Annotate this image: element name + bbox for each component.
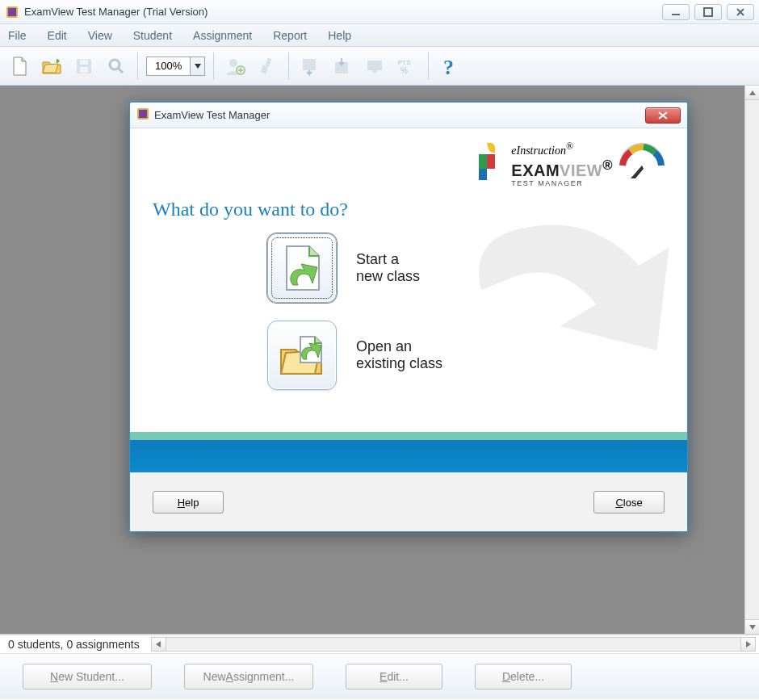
btn-rest: ew Student... bbox=[58, 670, 124, 683]
toolbar-separator bbox=[213, 52, 214, 80]
status-bar: 0 students, 0 assignments bbox=[0, 635, 759, 654]
svg-rect-22 bbox=[479, 169, 487, 180]
svg-rect-11 bbox=[303, 59, 316, 70]
svg-rect-10 bbox=[266, 57, 272, 66]
svg-rect-3 bbox=[704, 8, 712, 16]
window-controls bbox=[662, 4, 754, 20]
dialog-close-button-footer[interactable]: Close bbox=[593, 491, 665, 513]
svg-point-8 bbox=[229, 59, 237, 67]
btn-rest: elp bbox=[185, 497, 199, 509]
close-button[interactable] bbox=[727, 4, 754, 20]
welcome-dialog: ExamView Test Manager eI bbox=[129, 102, 688, 532]
scroll-down-icon[interactable] bbox=[745, 619, 759, 634]
scroll-up-icon[interactable] bbox=[745, 86, 759, 100]
dialog-titlebar: ExamView Test Manager bbox=[130, 103, 687, 128]
dialog-options: Start a new class bbox=[130, 228, 687, 432]
btn-u: E bbox=[380, 670, 387, 683]
maximize-button[interactable] bbox=[694, 4, 722, 20]
help-button[interactable]: ? bbox=[437, 53, 463, 79]
brand-area: eInstruction® EXAMVIEW® TEST MANAGER bbox=[130, 128, 687, 187]
btn-u: A bbox=[226, 670, 233, 683]
btn-u: D bbox=[502, 670, 510, 683]
opt-text: existing class bbox=[356, 355, 501, 373]
brand-blocks-icon bbox=[472, 141, 505, 186]
svg-rect-13 bbox=[367, 61, 382, 70]
minimize-button[interactable] bbox=[662, 4, 690, 20]
open-existing-class-option[interactable]: Open an existing class bbox=[267, 321, 687, 390]
brand-view: VIEW bbox=[560, 161, 602, 178]
dialog-title: ExamView Test Manager bbox=[154, 109, 645, 121]
vertical-scrollbar[interactable] bbox=[744, 86, 759, 634]
new-assignment-button[interactable]: New Assignment... bbox=[184, 664, 313, 690]
menu-help[interactable]: Help bbox=[325, 27, 354, 44]
brand-wheel-icon bbox=[619, 141, 665, 182]
svg-rect-14 bbox=[372, 70, 377, 73]
export-button[interactable] bbox=[297, 53, 323, 79]
svg-rect-5 bbox=[80, 60, 88, 65]
add-student-button[interactable] bbox=[222, 53, 248, 79]
btn-u: H bbox=[178, 497, 185, 509]
svg-point-7 bbox=[110, 60, 120, 69]
menu-student[interactable]: Student bbox=[130, 27, 175, 44]
toolbar-separator bbox=[428, 52, 429, 80]
zoom-value: 100% bbox=[147, 60, 190, 72]
status-text: 0 students, 0 assignments bbox=[0, 638, 148, 651]
svg-rect-19 bbox=[139, 110, 147, 118]
opt-text: Start a bbox=[356, 251, 501, 269]
open-existing-class-icon bbox=[267, 321, 337, 390]
opt-text: new class bbox=[356, 268, 501, 286]
zoom-dropdown-icon bbox=[190, 57, 204, 75]
dialog-footer: Help Close bbox=[130, 472, 687, 531]
svg-rect-21 bbox=[479, 154, 487, 169]
brand-exam: EXAM bbox=[511, 161, 560, 178]
new-file-button[interactable] bbox=[6, 53, 32, 79]
new-student-button[interactable]: New Student... bbox=[23, 664, 152, 690]
edit-tool-button[interactable] bbox=[254, 53, 280, 79]
zoom-select[interactable]: 100% bbox=[146, 57, 205, 76]
dialog-close-button[interactable] bbox=[645, 107, 681, 124]
search-button[interactable] bbox=[103, 53, 129, 79]
brand-reg: ® bbox=[566, 141, 573, 152]
dialog-body: eInstruction® EXAMVIEW® TEST MANAGER Wh bbox=[130, 128, 687, 472]
bottom-button-bar: New Student... New Assignment... Edit...… bbox=[0, 654, 759, 699]
start-new-class-option[interactable]: Start a new class bbox=[267, 233, 687, 303]
menu-file[interactable]: File bbox=[5, 27, 30, 44]
menu-report[interactable]: Report bbox=[270, 27, 310, 44]
dialog-help-button[interactable]: Help bbox=[153, 491, 224, 513]
svg-text:?: ? bbox=[443, 56, 454, 78]
brand-einstruction: eInstruction bbox=[511, 145, 566, 157]
btn-pre: New bbox=[203, 670, 226, 683]
import-button[interactable] bbox=[329, 53, 355, 79]
svg-rect-20 bbox=[487, 154, 495, 169]
svg-text:%: % bbox=[400, 66, 408, 75]
window-titlebar: ExamView Test Manager (Trial Version) bbox=[0, 0, 759, 24]
open-file-button[interactable] bbox=[39, 53, 65, 79]
menu-edit[interactable]: Edit bbox=[44, 27, 70, 44]
svg-rect-6 bbox=[80, 67, 88, 73]
start-new-class-label: Start a new class bbox=[356, 251, 501, 286]
save-button[interactable] bbox=[71, 53, 97, 79]
toolbar: 100% PTS% ? bbox=[0, 47, 759, 86]
opt-text: Open an bbox=[356, 338, 501, 356]
horizontal-scrollbar[interactable] bbox=[151, 637, 756, 652]
btn-rest: ssignment... bbox=[233, 670, 294, 683]
scroll-right-icon[interactable] bbox=[740, 638, 755, 651]
sync-button[interactable] bbox=[362, 53, 388, 79]
brand-sub: TEST MANAGER bbox=[511, 179, 613, 187]
edit-button[interactable]: Edit... bbox=[346, 664, 442, 690]
brand-reg2: ® bbox=[602, 157, 613, 173]
open-existing-class-label: Open an existing class bbox=[356, 338, 501, 373]
btn-rest: lose bbox=[623, 497, 643, 509]
btn-u: N bbox=[50, 670, 58, 683]
delete-button[interactable]: Delete... bbox=[475, 664, 572, 690]
menu-view[interactable]: View bbox=[85, 27, 115, 44]
pts-button[interactable]: PTS% bbox=[394, 53, 420, 79]
menubar: File Edit View Student Assignment Report… bbox=[0, 24, 759, 47]
dialog-app-icon bbox=[136, 107, 149, 123]
menu-assignment[interactable]: Assignment bbox=[190, 27, 255, 44]
toolbar-separator bbox=[137, 52, 138, 80]
svg-rect-2 bbox=[672, 14, 680, 15]
dialog-prompt: What do you want to do? bbox=[130, 187, 687, 228]
dialog-wave-decoration bbox=[130, 432, 687, 472]
scroll-left-icon[interactable] bbox=[152, 638, 166, 651]
